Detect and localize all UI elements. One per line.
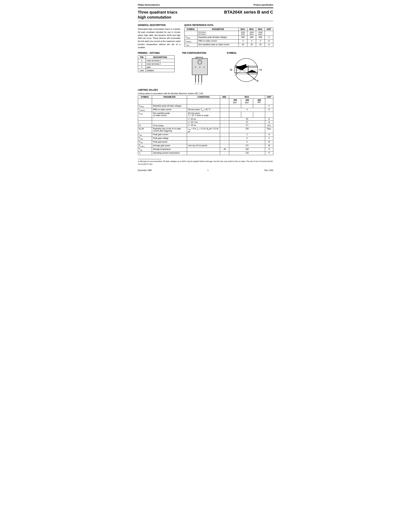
lv-didt-min: - xyxy=(220,127,229,133)
pin-desc-2: main terminal 2 xyxy=(146,62,175,66)
pin-config-col: PIN CONFIGURATION case 1 xyxy=(182,52,225,86)
lv-pgav-cond: over any 20 ms period xyxy=(187,144,220,148)
top-two-col: GENERAL DESCRIPTION Passivated high comm… xyxy=(138,24,273,49)
footer-date: December 1998 xyxy=(138,169,152,171)
footnote-divider xyxy=(138,159,161,159)
qr-itsm-800: 25 xyxy=(256,43,265,47)
symbol-col: SYMBOL T2 T1 G xyxy=(227,52,273,86)
lv-igm-unit: A xyxy=(265,133,273,137)
lv-itrms-cond: full sine wave; Thc ≤ 92 °C xyxy=(187,108,220,112)
lv-row-itrms: IT(RMS) RMS on-state current full sine w… xyxy=(138,108,273,112)
lv-didt-sym: dIT/dt xyxy=(138,127,152,133)
lv-itrms-unit: A xyxy=(265,108,273,112)
qr-sub-600: 600B600C xyxy=(247,31,256,36)
header-bar: Philips Semiconductors Product specifica… xyxy=(138,4,273,6)
lv-itrms-sym: IT(RMS) xyxy=(138,108,152,112)
lv-didt-max: 100 xyxy=(229,127,265,133)
general-description-section: GENERAL DESCRIPTION Passivated high comm… xyxy=(138,24,180,49)
lv-sub-e2 xyxy=(152,99,187,104)
lv-itsm-20ms-min: - xyxy=(220,117,229,121)
svg-marker-22 xyxy=(236,70,246,73)
qr-vdrm-unit: V xyxy=(265,36,273,39)
lv-itsm-20ms-cond: t = 20 ms xyxy=(187,117,220,121)
lv-itrms-param: RMS on-state current xyxy=(152,108,187,112)
lv-i2t-min: - xyxy=(220,124,229,127)
pin-config-heading: PIN CONFIGURATION xyxy=(182,52,225,54)
lv-pgav-param: Average gate power xyxy=(152,144,187,148)
lv-igm-max: 2 xyxy=(229,133,265,137)
qr-sub-800: 800B800C xyxy=(256,31,265,36)
svg-point-12 xyxy=(204,66,205,68)
svg-text:T2: T2 xyxy=(230,69,232,71)
lv-row-itsm-20ms: t = 20 ms - 25 A xyxy=(138,117,273,121)
lv-col-parameter: PARAMETER xyxy=(152,95,187,99)
lv-itsm-167ms-cond: t = 16.7 ms xyxy=(187,121,220,124)
quick-reference-section: QUICK REFERENCE DATA SYMBOL PARAMETER MA… xyxy=(184,24,273,49)
pin-num-case: case xyxy=(138,69,146,72)
lv-vdrm-param: Repetitive peak off-state voltages xyxy=(152,104,187,108)
pin-row-case: case isolated xyxy=(138,69,175,72)
qr-itrms-param: RMS on-state current xyxy=(197,39,238,43)
transistor-package-svg: case 1 2 3 xyxy=(182,56,217,86)
lv-itsm-max3 xyxy=(253,112,265,117)
pin-num-1: 1 xyxy=(138,59,146,62)
qr-itsm-param: Non-repetitive peak on-state current xyxy=(197,43,238,47)
lv-itsm-167ms-max: 27 xyxy=(229,121,265,124)
lv-sub-e3 xyxy=(187,99,220,104)
qr-vdrm-500: 500 xyxy=(239,36,247,39)
lv-itsm-167ms-min: - xyxy=(220,121,229,124)
qr-sub-part: BTA204X-BTA204X- xyxy=(197,31,238,36)
page-footer: December 1998 1 Rev 1.000 xyxy=(138,169,273,171)
lv-itsm-param: Non-repetitive peakon-state current xyxy=(152,112,187,117)
lv-vdrm-unit: V xyxy=(265,104,273,108)
triac-symbol-svg: T2 T1 G xyxy=(227,56,266,86)
lv-pgav-min: - xyxy=(220,144,229,148)
title-left: Three quadrant triacs high commutation xyxy=(138,10,177,20)
lv-col-conditions: CONDITIONS xyxy=(187,95,220,99)
qr-col-unit: UNIT xyxy=(265,28,273,31)
qr-col-symbol: SYMBOL xyxy=(184,28,197,31)
lv-pgm-min: - xyxy=(220,140,229,144)
qr-itsm-unit: A xyxy=(265,43,273,47)
lv-vdrm-500 xyxy=(229,104,241,108)
pinning-col: PINNING - SOT186A PIN DESCRIPTION 1 main… xyxy=(138,52,180,72)
pinning-section: PINNING - SOT186A PIN DESCRIPTION 1 main… xyxy=(138,52,273,86)
pin-desc-1: main terminal 1 xyxy=(146,59,175,62)
lv-tj-cond xyxy=(187,151,220,155)
lv-pgm-param: Peak gate power xyxy=(152,140,187,144)
pin-row-2: 2 main terminal 2 xyxy=(138,62,175,66)
limiting-section: LIMITING VALUES Limiting values in accor… xyxy=(138,89,273,155)
qr-row-itrms: IT(RMS) RMS on-state current 4 4 4 A xyxy=(184,39,273,43)
three-col: PINNING - SOT186A PIN DESCRIPTION 1 main… xyxy=(138,52,273,86)
lv-igm-sym: IGM xyxy=(138,133,152,137)
limiting-desc: Limiting values in accordance with the A… xyxy=(138,93,273,95)
qr-col-max1: MAX. xyxy=(239,28,247,31)
limiting-table: SYMBOL PARAMETER CONDITIONS MIN. MAX. UN… xyxy=(138,95,273,155)
lv-row-pgav: PG(AV) Average gate power over any 20 ms… xyxy=(138,144,273,148)
lv-pgav-unit: W xyxy=(265,144,273,148)
svg-rect-3 xyxy=(197,57,203,59)
symbol-drawing: T2 T1 G xyxy=(227,56,273,86)
lv-tj-param: Operating junction temperature xyxy=(152,151,187,155)
gen-desc-text: Passivated high commutation triacs in a … xyxy=(138,28,180,49)
lv-vgm-unit: V xyxy=(265,137,273,140)
qr-col-max3: MAX. xyxy=(256,28,265,31)
qr-row-itsm: ITSM Non-repetitive peak on-state curren… xyxy=(184,43,273,47)
pin-num-3: 3 xyxy=(138,66,146,69)
lv-pgm-max: 5 xyxy=(229,140,265,144)
lv-pgav-sym: PG(AV) xyxy=(138,144,152,148)
pinning-heading: PINNING - SOT186A xyxy=(138,52,180,54)
lv-itsm-167ms-unit: A xyxy=(265,121,273,124)
lv-row-tj: Tj Operating junction temperature - 125 … xyxy=(138,151,273,155)
doc-type: Product specification xyxy=(253,4,273,6)
pin-desc-case: isolated xyxy=(146,69,175,72)
lv-vdrm-sym: VDRM xyxy=(138,104,152,108)
lv-row-tstg: Tstg Storage temperature -40 150 °C xyxy=(138,148,273,151)
footnote-number: 1 xyxy=(138,160,139,162)
svg-text:T1: T1 xyxy=(259,69,262,71)
lv-pgm-sym: PGM xyxy=(138,140,152,144)
lv-itsm-max2 xyxy=(241,112,253,117)
svg-point-10 xyxy=(195,66,196,68)
lv-sub-600: -6006001 xyxy=(241,99,253,104)
lv-i2t-param: I2t for fusing xyxy=(152,124,187,127)
